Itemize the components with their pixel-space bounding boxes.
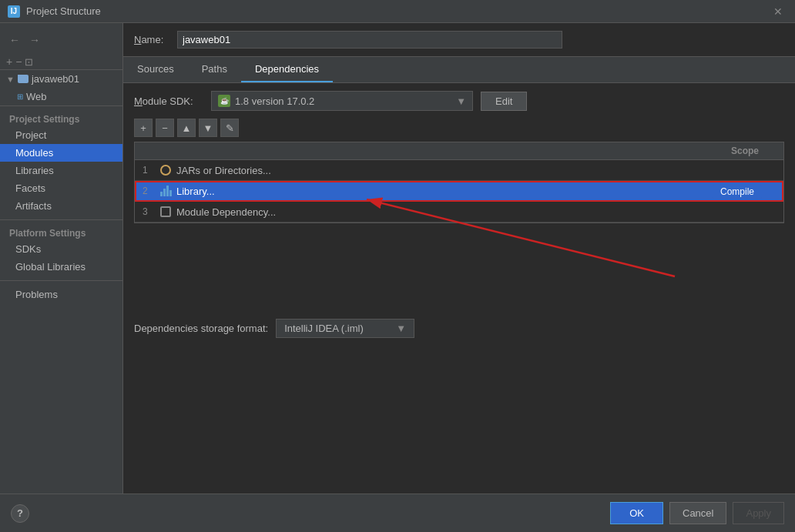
remove-dep-button[interactable]: − xyxy=(156,119,174,137)
modules-label: Modules xyxy=(15,147,53,159)
dep-num-3: 3 xyxy=(143,206,153,217)
cancel-button[interactable]: Cancel xyxy=(669,502,726,524)
dep-toolbar: + − ▲ ▼ ✎ xyxy=(134,119,784,137)
sidebar-item-artifacts[interactable]: Artifacts xyxy=(0,197,122,215)
remove-module-icon[interactable]: − xyxy=(15,55,22,68)
dep-scope-library: Compile xyxy=(699,186,776,197)
storage-arrow-icon: ▼ xyxy=(396,323,406,334)
tree-item-web[interactable]: ⊞ Web xyxy=(0,88,122,105)
dep-name-jars: JARs or Directories... xyxy=(176,165,699,176)
dep-name-header xyxy=(135,142,706,159)
dependencies-content: Module SDK: ☕ 1.8 version 17.0.2 ▼ Edit … xyxy=(123,83,795,494)
sidebar-item-project[interactable]: Project xyxy=(0,126,122,144)
content-area: Name: Sources Paths Dependencies Module … xyxy=(123,23,795,494)
sidebar-divider-2 xyxy=(0,280,122,281)
module-name-web: Web xyxy=(26,91,47,102)
sidebar-item-modules[interactable]: Modules xyxy=(0,144,122,162)
scope-badge: Compile xyxy=(713,185,762,199)
close-button[interactable]: ✕ xyxy=(769,4,787,19)
dep-row-module[interactable]: 3 Module Dependency... xyxy=(135,202,783,223)
add-module-icon[interactable]: + xyxy=(6,55,12,68)
sidebar-divider xyxy=(0,219,122,220)
problems-label: Problems xyxy=(15,289,58,300)
project-settings-label: Project Settings xyxy=(0,111,122,126)
copy-module-icon[interactable]: ⊡ xyxy=(25,56,33,68)
dep-table: Scope 1 JARs or Directories... 2 xyxy=(134,142,784,223)
main-layout: ← → + − ⊡ ▼ javaweb01 ⊞ Web xyxy=(0,23,795,494)
storage-row: Dependencies storage format: IntelliJ ID… xyxy=(134,319,784,338)
project-label: Project xyxy=(15,129,46,141)
storage-dropdown[interactable]: IntelliJ IDEA (.iml) ▼ xyxy=(276,319,414,338)
sidebar: ← → + − ⊡ ▼ javaweb01 ⊞ Web xyxy=(0,23,123,494)
dep-scope-header: Scope xyxy=(706,142,783,159)
storage-value: IntelliJ IDEA (.iml) xyxy=(284,323,391,334)
ok-button[interactable]: OK xyxy=(610,502,663,524)
tree-item-javaweb01[interactable]: ▼ javaweb01 xyxy=(0,70,122,88)
sdk-dropdown-arrow: ▼ xyxy=(456,95,466,107)
dep-row-library[interactable]: 2 Library... Compile xyxy=(135,181,783,202)
move-up-button[interactable]: ▲ xyxy=(177,119,196,137)
platform-settings-label: Platform Settings xyxy=(0,225,122,240)
dep-table-header: Scope xyxy=(135,142,783,160)
bar-2 xyxy=(163,189,166,196)
forward-arrow[interactable]: → xyxy=(26,32,43,48)
nav-arrows: ← → xyxy=(0,29,122,54)
libraries-label: Libraries xyxy=(15,165,54,176)
help-button[interactable]: ? xyxy=(11,504,29,523)
dep-name-module: Module Dependency... xyxy=(176,206,699,218)
bar-3 xyxy=(166,186,169,196)
artifacts-label: Artifacts xyxy=(15,200,52,212)
sdk-label: Module SDK: xyxy=(134,95,203,107)
add-dep-button[interactable]: + xyxy=(134,119,153,137)
web-module-icon: ⊞ xyxy=(17,92,23,101)
dep-num-1: 1 xyxy=(143,165,153,176)
name-input[interactable] xyxy=(177,31,562,49)
sidebar-item-problems[interactable]: Problems xyxy=(0,286,122,303)
edit-dep-button[interactable]: ✎ xyxy=(220,119,239,137)
sdk-value: 1.8 version 17.0.2 xyxy=(235,95,451,107)
tab-paths[interactable]: Paths xyxy=(188,57,241,82)
bar-4 xyxy=(169,190,172,196)
dep-name-library: Library... xyxy=(176,186,699,197)
title-bar: IJ Project Structure ✕ xyxy=(0,0,795,23)
sdks-label: SDKs xyxy=(15,243,41,255)
name-row: Name: xyxy=(123,23,795,57)
sidebar-item-libraries[interactable]: Libraries xyxy=(0,162,122,179)
back-arrow[interactable]: ← xyxy=(6,32,23,48)
edit-sdk-button[interactable]: Edit xyxy=(481,92,527,111)
sidebar-item-facets[interactable]: Facets xyxy=(0,179,122,197)
facets-label: Facets xyxy=(15,182,45,194)
sdk-folder-icon: ☕ xyxy=(218,95,230,107)
expand-chevron: ▼ xyxy=(6,75,15,84)
apply-button[interactable]: Apply xyxy=(733,502,784,524)
jar-icon xyxy=(159,164,172,176)
dep-row-jars[interactable]: 1 JARs or Directories... xyxy=(135,160,783,181)
dep-table-wrapper: Scope 1 JARs or Directories... 2 xyxy=(134,142,784,311)
sidebar-item-global-libraries[interactable]: Global Libraries xyxy=(0,258,122,276)
storage-label: Dependencies storage format: xyxy=(134,323,268,334)
folder-icon-javaweb01 xyxy=(18,75,29,83)
bottom-bar: ? OK Cancel Apply xyxy=(0,494,795,532)
sdk-dropdown[interactable]: ☕ 1.8 version 17.0.2 ▼ xyxy=(211,91,473,111)
move-down-button[interactable]: ▼ xyxy=(199,119,217,137)
tabs-row: Sources Paths Dependencies xyxy=(123,57,795,83)
dialog-title: Project Structure xyxy=(26,5,769,17)
module-dep-icon xyxy=(159,206,172,218)
bottom-buttons: OK Cancel Apply xyxy=(610,502,784,524)
sidebar-item-sdks[interactable]: SDKs xyxy=(0,240,122,258)
lib-bars xyxy=(160,186,172,196)
tab-sources[interactable]: Sources xyxy=(123,57,188,82)
global-libraries-label: Global Libraries xyxy=(15,261,86,273)
sdk-row: Module SDK: ☕ 1.8 version 17.0.2 ▼ Edit xyxy=(134,91,784,111)
tab-dependencies[interactable]: Dependencies xyxy=(241,57,333,82)
bar-1 xyxy=(160,192,163,196)
dep-num-2: 2 xyxy=(143,186,153,196)
module-name-javaweb01: javaweb01 xyxy=(32,73,79,85)
app-icon: IJ xyxy=(8,5,20,18)
name-label: Name: xyxy=(134,34,171,45)
library-icon xyxy=(159,185,172,197)
